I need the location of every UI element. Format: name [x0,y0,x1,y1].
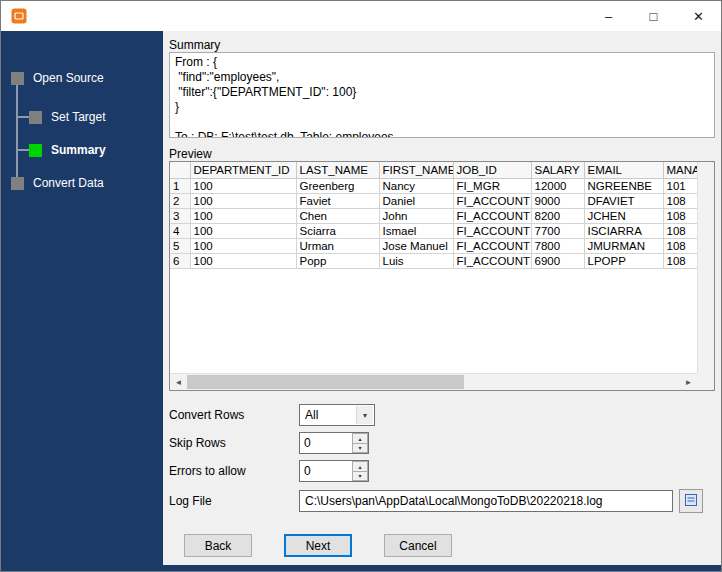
data-cell: 100 [190,208,296,223]
column-header[interactable]: EMAIL [584,162,663,178]
vertical-scrollbar[interactable] [697,162,714,373]
step-marker-icon [29,144,42,157]
grid-body: 1100GreenbergNancyFI_MGR12000NGREENBE101… [170,178,697,268]
data-cell: 108 [663,238,697,253]
column-header[interactable]: JOB_ID [453,162,531,178]
column-header[interactable]: MANAGER_ID [663,162,697,178]
row-number-cell: 5 [170,238,190,253]
row-number-cell: 3 [170,208,190,223]
column-header[interactable]: SALARY [531,162,584,178]
skip-rows-spin-buttons: ▴ ▾ [352,433,368,453]
step-marker-icon [11,177,24,190]
skip-rows-input[interactable] [300,433,352,453]
close-button[interactable]: ✕ [676,1,721,31]
skip-rows-stepper: ▴ ▾ [299,432,369,454]
data-cell: JCHEN [584,208,663,223]
table-row[interactable]: 5100UrmanJose ManuelFI_ACCOUNT7800JMURMA… [170,238,697,253]
chevron-down-icon: ▾ [356,406,373,424]
view-log-icon [683,492,699,511]
data-cell: 6900 [531,253,584,268]
wizard-steps: Open SourceSet TargetSummaryConvert Data [1,31,163,571]
data-cell: 100 [190,238,296,253]
data-cell: Daniel [379,193,453,208]
data-cell: 12000 [531,178,584,193]
row-number-cell: 2 [170,193,190,208]
maximize-button[interactable]: □ [631,1,676,31]
next-button[interactable]: Next [284,534,352,557]
data-cell: FI_ACCOUNT [453,238,531,253]
data-cell: FI_ACCOUNT [453,208,531,223]
wizard-step-summary[interactable]: Summary [29,143,106,157]
data-cell: Luis [379,253,453,268]
data-cell: 100 [190,223,296,238]
data-cell: 101 [663,178,697,193]
wizard-step-set-target[interactable]: Set Target [29,110,105,124]
minimize-button[interactable]: – [586,1,631,31]
table-row[interactable]: 2100FavietDanielFI_ACCOUNT9000DFAVIET108 [170,193,697,208]
data-cell: 9000 [531,193,584,208]
title-bar: – □ ✕ [1,1,721,31]
horizontal-scrollbar-thumb[interactable] [187,375,464,389]
main-content: Summary From : { "find":"employees", "fi… [163,31,722,571]
column-header[interactable]: FIRST_NAME [379,162,453,178]
table-row[interactable]: 6100PoppLuisFI_ACCOUNT6900LPOPP108 [170,253,697,268]
data-cell: LPOPP [584,253,663,268]
wizard-sidebar: Open SourceSet TargetSummaryConvert Data [1,31,163,571]
log-file-view-button[interactable] [679,489,703,513]
spin-down-icon[interactable]: ▾ [352,444,368,454]
data-cell: 100 [190,253,296,268]
data-cell: 7700 [531,223,584,238]
table-row[interactable]: 3100ChenJohnFI_ACCOUNT8200JCHEN108 [170,208,697,223]
summary-section-label: Summary [169,38,220,52]
data-cell: Chen [296,208,379,223]
scroll-right-icon[interactable]: ► [680,374,697,390]
corner-header[interactable] [170,162,190,178]
data-cell: Faviet [296,193,379,208]
back-button[interactable]: Back [184,534,252,557]
horizontal-scrollbar[interactable]: ◄ ► [170,373,697,390]
spin-up-icon[interactable]: ▴ [352,433,368,444]
column-header[interactable]: DEPARTMENT_ID [190,162,296,178]
step-marker-icon [29,111,42,124]
convert-rows-select[interactable]: All ▾ [299,404,375,426]
row-number-cell: 6 [170,253,190,268]
wizard-step-open-source[interactable]: Open Source [11,71,104,85]
spin-down-icon[interactable]: ▾ [352,472,368,482]
preview-section-label: Preview [169,147,212,161]
data-cell: Popp [296,253,379,268]
wizard-step-convert-data[interactable]: Convert Data [11,176,104,190]
data-cell: 100 [190,193,296,208]
data-cell: Greenberg [296,178,379,193]
data-cell: Sciarra [296,223,379,238]
step-label: Summary [51,143,106,157]
window-controls: – □ ✕ [586,1,721,31]
log-file-input[interactable] [299,490,673,512]
data-cell: 7800 [531,238,584,253]
data-cell: DFAVIET [584,193,663,208]
step-marker-icon [11,72,24,85]
errors-to-allow-input[interactable] [300,461,352,481]
data-cell: 8200 [531,208,584,223]
data-cell: 108 [663,253,697,268]
preview-grid-viewport: DEPARTMENT_IDLAST_NAMEFIRST_NAMEJOB_IDSA… [170,162,697,373]
table-row[interactable]: 1100GreenbergNancyFI_MGR12000NGREENBE101 [170,178,697,193]
window-bottom-edge [1,565,721,571]
data-cell: NGREENBE [584,178,663,193]
step-label: Set Target [51,110,105,124]
cancel-button[interactable]: Cancel [384,534,452,557]
column-header[interactable]: LAST_NAME [296,162,379,178]
grid-header: DEPARTMENT_IDLAST_NAMEFIRST_NAMEJOB_IDSA… [170,162,697,178]
app-icon [11,8,27,24]
errors-to-allow-label: Errors to allow [169,464,246,478]
data-cell: JMURMAN [584,238,663,253]
errors-to-allow-stepper: ▴ ▾ [299,460,369,482]
table-row[interactable]: 4100SciarraIsmaelFI_ACCOUNT7700ISCIARRA1… [170,223,697,238]
scroll-left-icon[interactable]: ◄ [170,374,187,390]
data-cell: Ismael [379,223,453,238]
step-label: Convert Data [33,176,104,190]
spin-up-icon[interactable]: ▴ [352,461,368,472]
log-file-label: Log File [169,494,212,508]
data-cell: Urman [296,238,379,253]
summary-textbox[interactable]: From : { "find":"employees", "filter":{"… [169,52,715,138]
data-cell: FI_MGR [453,178,531,193]
